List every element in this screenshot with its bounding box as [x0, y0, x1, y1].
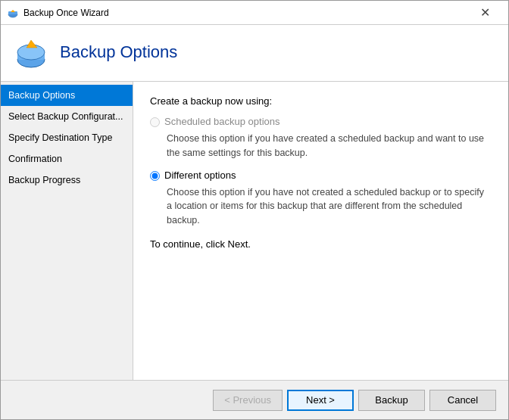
different-option-description: Choose this option if you have not creat…: [167, 185, 492, 228]
different-option-radio[interactable]: [150, 171, 160, 181]
footer: < Previous Next > Backup Cancel: [1, 380, 508, 419]
sidebar-item-backup-options[interactable]: Backup Options: [1, 85, 133, 106]
next-button[interactable]: Next >: [287, 390, 354, 411]
previous-button[interactable]: < Previous: [213, 390, 283, 411]
content-area: Backup Options Select Backup Configurat.…: [1, 82, 508, 380]
different-option-row: Different options: [150, 170, 492, 181]
wizard-icon: [7, 7, 19, 19]
scheduled-option-row: Scheduled backup options: [150, 116, 492, 127]
scheduled-option-radio[interactable]: [150, 117, 160, 127]
page-header: Backup Options: [1, 25, 508, 82]
different-option-label: Different options: [164, 170, 236, 181]
sidebar-item-destination-type[interactable]: Specify Destination Type: [1, 127, 133, 148]
title-bar-left: Backup Once Wizard: [7, 7, 109, 19]
sidebar: Backup Options Select Backup Configurat.…: [1, 82, 133, 380]
scheduled-option-description: Choose this option if you have created a…: [167, 132, 492, 160]
title-bar-title: Backup Once Wizard: [23, 8, 109, 18]
main-content: Create a backup now using: Scheduled bac…: [133, 82, 508, 380]
sidebar-item-select-backup[interactable]: Select Backup Configurat...: [1, 106, 133, 127]
scheduled-option-label: Scheduled backup options: [164, 116, 280, 127]
backup-button[interactable]: Backup: [358, 390, 425, 411]
sidebar-item-confirmation[interactable]: Confirmation: [1, 148, 133, 170]
header-backup-icon: [13, 34, 49, 70]
wizard-window: Backup Once Wizard ✕ Backup Options Back…: [0, 0, 509, 420]
page-title: Backup Options: [60, 42, 177, 62]
close-button[interactable]: ✕: [467, 1, 502, 25]
title-bar: Backup Once Wizard ✕: [1, 1, 508, 25]
sidebar-item-backup-progress[interactable]: Backup Progress: [1, 170, 133, 191]
create-backup-label: Create a backup now using:: [150, 95, 492, 107]
cancel-button[interactable]: Cancel: [429, 390, 496, 411]
continue-text: To continue, click Next.: [150, 238, 492, 250]
